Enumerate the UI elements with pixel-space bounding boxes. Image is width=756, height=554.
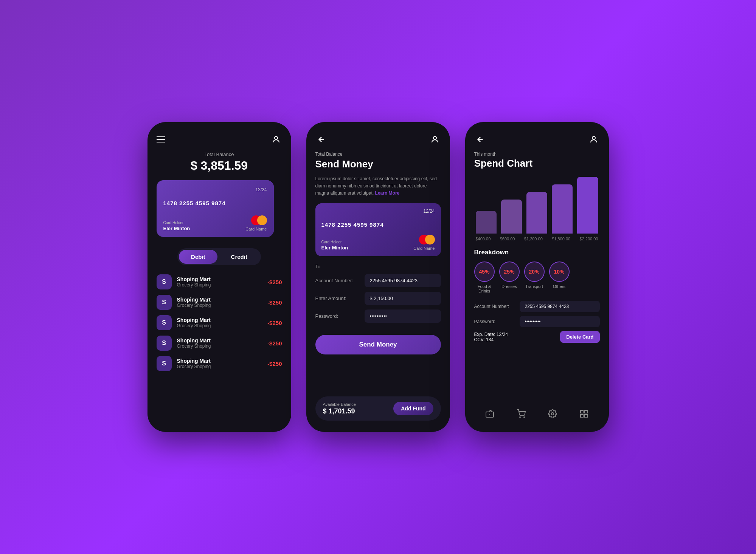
wallet-icon[interactable] — [485, 409, 494, 421]
to-label: To — [315, 264, 441, 269]
svg-point-0 — [275, 136, 278, 139]
s3-page-title: Spend Chart — [474, 158, 600, 169]
tx-info-3: Shoping Mart Grocery Shoping — [177, 317, 262, 328]
tx-amount-5: -$250 — [267, 361, 282, 367]
screen1-phone: Total Balance $ 3,851.59 Card Holder Gou… — [147, 122, 291, 432]
svg-point-7 — [551, 413, 554, 415]
nav-bar — [474, 405, 600, 421]
s2-card-right: Card Name — [413, 235, 435, 251]
learn-more-link[interactable]: Learn More — [375, 190, 400, 196]
grid-icon[interactable] — [579, 409, 588, 421]
breakdown-dresses: 25% Dresses — [499, 262, 520, 293]
send-money-button[interactable]: Send Money — [315, 335, 441, 354]
bar-2 — [501, 173, 522, 234]
svg-point-2 — [592, 136, 595, 139]
tx-amount-4: -$250 — [267, 340, 282, 347]
s2-description: Lorem ipsum dolor sit amet, consectetuer… — [315, 175, 441, 197]
chart-label-4: $1,800.00 — [552, 237, 570, 241]
tx-sub-5: Grocery Shoping — [177, 364, 262, 369]
screen2-header — [315, 133, 441, 145]
add-fund-button[interactable]: Add Fund — [393, 402, 433, 415]
chart-label-2: $600.00 — [500, 237, 515, 241]
balance-label: Total Balance — [157, 152, 282, 157]
bar-3 — [526, 173, 547, 234]
credit-tab[interactable]: Credit — [219, 250, 259, 264]
cd-password-label: Password: — [474, 319, 516, 324]
spend-bar-chart — [474, 173, 600, 234]
tx-avatar-3: S — [157, 315, 172, 330]
breakdown-transport: 20% Transport — [524, 262, 545, 293]
cd-expdate-ccv: Exp. Date: 12/24 CCV: 134 — [474, 332, 557, 342]
card-holder-info: Card Holder Eler Minton — [163, 221, 190, 231]
tx-name-4: Shoping Mart — [177, 337, 262, 344]
tx-sub-4: Grocery Shoping — [177, 344, 262, 349]
tx-sub-1: Grocery Shoping — [177, 282, 262, 288]
tx-info-4: Shoping Mart Grocery Shoping — [177, 337, 262, 349]
tx-info-1: Shoping Mart Grocery Shoping — [177, 276, 262, 288]
available-amount: $ 1,701.59 — [323, 407, 356, 415]
tx-avatar-1: S — [157, 274, 172, 289]
delete-card-button[interactable]: Delete Card — [560, 331, 599, 343]
breakdown-items: 45% Food &Drinks 25% Dresses 20% Transpo… — [474, 262, 600, 293]
account-number-input[interactable] — [365, 274, 441, 287]
chart-label-5: $2,200.00 — [580, 237, 598, 241]
password-input[interactable] — [365, 309, 441, 323]
card-holder-name: Eler Minton — [163, 226, 190, 231]
this-month-label: This month — [474, 152, 600, 157]
breakdown-circle-others: 10% — [549, 262, 570, 282]
cart-icon[interactable] — [517, 409, 526, 421]
card-footer: Card Holder Eler Minton Card Name — [163, 215, 267, 231]
tx-avatar-5: S — [157, 356, 172, 371]
amount-input[interactable] — [365, 292, 441, 305]
password-label: Password: — [315, 313, 361, 319]
amount-label: Enter Amount: — [315, 296, 361, 301]
profile-icon-s2[interactable] — [429, 133, 441, 145]
tx-avatar-2: S — [157, 295, 172, 310]
tx-name-5: Shoping Mart — [177, 358, 262, 364]
cd-account-value: 2255 4595 9874 4423 — [520, 301, 600, 312]
s2-mastercard-icon — [419, 235, 435, 245]
chart-label-3: $1,200.00 — [524, 237, 543, 241]
table-row[interactable]: S Shoping Mart Grocery Shoping -$250 — [157, 274, 282, 289]
screen3-phone: This month Spend Chart $400.00 $600.00 $… — [465, 122, 609, 432]
breakdown-circle-food: 45% — [474, 262, 495, 282]
s2-card-expiry: 12/24 — [321, 209, 435, 214]
cd-account-row: Account Number: 2255 4595 9874 4423 — [474, 301, 600, 312]
table-row[interactable]: S Shoping Mart Grocery Shoping -$250 — [157, 356, 282, 371]
tx-info-5: Shoping Mart Grocery Shoping — [177, 358, 262, 369]
settings-icon[interactable] — [548, 409, 557, 421]
table-row[interactable]: S Shoping Mart Grocery Shoping -$250 — [157, 295, 282, 310]
svg-rect-10 — [585, 415, 587, 417]
cd-expdate-row: Exp. Date: 12/24 CCV: 134 Delete Card — [474, 331, 600, 343]
mastercard-icon — [251, 215, 267, 225]
screen2-phone: Total Balance Send Money Lorem ipsum dol… — [306, 122, 450, 432]
hamburger-icon[interactable] — [157, 136, 165, 142]
card-number: 1478 2255 4595 9874 — [163, 200, 267, 206]
breakdown-circle-dresses: 25% — [499, 262, 520, 282]
svg-rect-8 — [581, 410, 583, 413]
card-holder-label: Card Holder — [163, 221, 190, 225]
tab-row: Debit Credit — [157, 248, 282, 265]
chart-label-1: $400.00 — [476, 237, 491, 241]
amount-row: Enter Amount: — [315, 292, 441, 305]
profile-icon[interactable] — [270, 133, 282, 145]
table-row[interactable]: S Shoping Mart Grocery Shoping -$250 — [157, 315, 282, 330]
s2-card[interactable]: 12/24 1478 2255 4595 9874 Card Holder El… — [315, 203, 441, 256]
card-details: Account Number: 2255 4595 9874 4423 Pass… — [474, 301, 600, 347]
back-icon[interactable] — [315, 133, 328, 145]
profile-icon-s3[interactable] — [588, 133, 600, 145]
debit-tab[interactable]: Debit — [179, 250, 217, 264]
back-icon-s3[interactable] — [474, 133, 486, 145]
tx-amount-3: -$250 — [267, 320, 282, 326]
svg-rect-9 — [585, 410, 587, 413]
table-row[interactable]: S Shoping Mart Grocery Shoping -$250 — [157, 336, 282, 351]
cd-password-value: •••••••••• — [520, 316, 600, 327]
breakdown-name-dresses: Dresses — [501, 284, 517, 289]
bar-1 — [476, 173, 497, 234]
svg-point-1 — [433, 136, 436, 139]
s2-balance-label: Total Balance — [315, 152, 441, 157]
tx-name-2: Shoping Mart — [177, 297, 262, 303]
balance-amount: $ 3,851.59 — [157, 159, 282, 173]
card-main[interactable]: 12/24 1478 2255 4595 9874 Card Holder El… — [157, 180, 274, 237]
s2-page-title: Send Money — [315, 158, 441, 170]
